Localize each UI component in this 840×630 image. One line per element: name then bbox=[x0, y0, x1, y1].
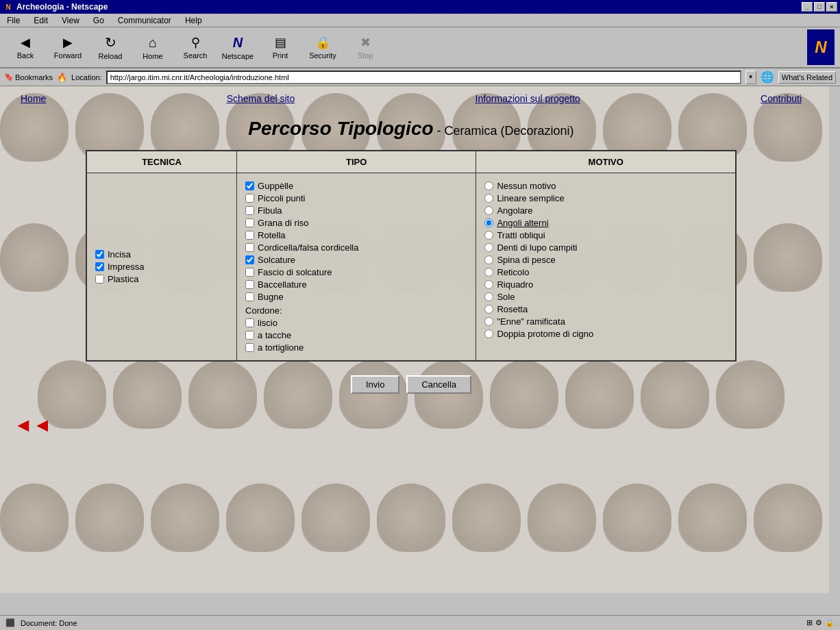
maximize-button[interactable]: □ bbox=[814, 2, 825, 12]
status-icon-3: 🔒 bbox=[825, 618, 835, 627]
menu-edit[interactable]: Edit bbox=[29, 14, 52, 27]
home-button[interactable]: ⌂ Home bbox=[133, 29, 173, 65]
print-button[interactable]: ▤ Print bbox=[260, 29, 300, 65]
motivo-reticolo: Reticolo bbox=[484, 267, 727, 277]
security-label: Security bbox=[309, 51, 336, 60]
nav-informazioni[interactable]: Informazioni sul progetto bbox=[475, 93, 580, 104]
spina-radio[interactable] bbox=[484, 255, 493, 264]
tipo-rotella: Rotella bbox=[245, 230, 467, 240]
guppelle-checkbox[interactable] bbox=[245, 181, 254, 190]
tortiglione-checkbox[interactable] bbox=[245, 343, 254, 352]
location-label: Location: bbox=[71, 73, 102, 81]
angolare-radio[interactable] bbox=[484, 206, 493, 215]
tratti-label: Tratti obliqui bbox=[497, 230, 545, 240]
statusbar-right: ⊞ ⚙ 🔒 bbox=[806, 618, 835, 627]
solcature-label: Solcature bbox=[258, 255, 295, 265]
baccellature-label: Baccellature bbox=[258, 279, 307, 290]
doppia-radio[interactable] bbox=[484, 329, 493, 338]
bookmarks-label: Bookmarks bbox=[15, 73, 53, 81]
location-dropdown[interactable]: ▼ bbox=[745, 71, 756, 84]
fascio-checkbox[interactable] bbox=[245, 268, 254, 277]
menu-file[interactable]: File bbox=[3, 14, 24, 27]
rosetta-radio[interactable] bbox=[484, 305, 493, 314]
forward-button[interactable]: ▶ Forward bbox=[48, 29, 88, 65]
motivo-cell: Nessun motivo Lineare semplice Angolare bbox=[476, 173, 736, 362]
search-button[interactable]: ⚲ Search bbox=[175, 29, 215, 65]
reload-button[interactable]: ↻ Reload bbox=[90, 29, 130, 65]
plastica-checkbox[interactable] bbox=[95, 275, 104, 284]
reticolo-radio[interactable] bbox=[484, 268, 493, 277]
menu-view[interactable]: View bbox=[58, 14, 84, 27]
baccellature-checkbox[interactable] bbox=[245, 280, 254, 289]
tipo-fascio: Fascio di solcature bbox=[245, 267, 467, 277]
netscape-logo: N bbox=[807, 29, 835, 65]
riquadro-radio[interactable] bbox=[484, 280, 493, 289]
status-icon-2: ⚙ bbox=[815, 618, 822, 627]
sole-radio[interactable] bbox=[484, 292, 493, 301]
menu-help[interactable]: Help bbox=[181, 14, 206, 27]
enne-radio[interactable] bbox=[484, 317, 493, 326]
stop-button[interactable]: ✖ Stop bbox=[345, 29, 385, 65]
nav-links: Home Schema del sito Informazioni sul pr… bbox=[0, 86, 822, 111]
tipo-piccoli: Piccoli punti bbox=[245, 193, 467, 203]
page-title: Percorso Tipologico bbox=[248, 118, 433, 139]
titlebar-controls[interactable]: _ □ × bbox=[802, 2, 837, 12]
motivo-doppia: Doppia protome di cigno bbox=[484, 329, 727, 339]
whats-related-button[interactable]: What's Related bbox=[778, 71, 836, 84]
menu-communicator[interactable]: Communicator bbox=[114, 14, 175, 27]
tacche-checkbox[interactable] bbox=[245, 331, 254, 340]
enne-label: "Enne" ramificata bbox=[497, 316, 565, 327]
fibula-checkbox[interactable] bbox=[245, 206, 254, 215]
tecnica-impressa-item: Impressa bbox=[95, 262, 228, 272]
solcature-checkbox[interactable] bbox=[245, 255, 254, 264]
lineare-radio[interactable] bbox=[484, 194, 493, 203]
cordicella-checkbox[interactable] bbox=[245, 243, 254, 252]
motivo-lineare: Lineare semplice bbox=[484, 193, 727, 203]
minimize-button[interactable]: _ bbox=[802, 2, 813, 12]
form-table: TECNICA TIPO MOTIVO Incisa bbox=[86, 150, 737, 362]
back-arrow-icon[interactable]: ◄◄ bbox=[14, 414, 51, 436]
bookmarks-button[interactable]: 🔖 Bookmarks bbox=[4, 73, 53, 81]
impressa-checkbox[interactable] bbox=[95, 262, 104, 271]
content-area[interactable]: Home Schema del sito Informazioni sul pr… bbox=[0, 86, 829, 593]
netscape-button[interactable]: N Netscape bbox=[218, 29, 258, 65]
angoli-radio[interactable] bbox=[484, 218, 493, 227]
window-title: Archeologia - Netscape bbox=[16, 2, 108, 12]
search-label: Search bbox=[184, 51, 208, 60]
menu-go[interactable]: Go bbox=[89, 14, 108, 27]
liscio-checkbox[interactable] bbox=[245, 318, 254, 327]
nessun-radio[interactable] bbox=[484, 181, 493, 190]
piccolipunti-checkbox[interactable] bbox=[245, 194, 254, 203]
back-button[interactable]: ◀ Back bbox=[5, 29, 45, 65]
location-input[interactable] bbox=[106, 71, 741, 84]
menubar: File Edit View Go Communicator Help bbox=[0, 14, 840, 27]
nav-schema[interactable]: Schema del sito bbox=[227, 93, 295, 104]
fibula-label: Fibula bbox=[258, 205, 282, 216]
flame-icon: 🔥 bbox=[57, 73, 67, 82]
header-tecnica: TECNICA bbox=[86, 151, 237, 173]
cancel-button[interactable]: Cancella bbox=[406, 375, 471, 394]
incisa-checkbox[interactable] bbox=[95, 250, 104, 259]
angoli-label: Angoli alterni bbox=[497, 218, 548, 228]
nav-contributi[interactable]: Contributi bbox=[761, 93, 802, 104]
nav-home[interactable]: Home bbox=[21, 93, 46, 104]
close-button[interactable]: × bbox=[826, 2, 837, 12]
riquadro-label: Riquadro bbox=[497, 279, 533, 290]
liscio-label: liscio bbox=[258, 318, 277, 328]
reticolo-label: Reticolo bbox=[497, 267, 529, 277]
page-content: Home Schema del sito Informazioni sul pr… bbox=[0, 86, 822, 593]
bugne-checkbox[interactable] bbox=[245, 292, 254, 301]
security-button[interactable]: 🔒 Security bbox=[303, 29, 343, 65]
statusbar-text: Document: Done bbox=[21, 619, 77, 627]
grana-checkbox[interactable] bbox=[245, 218, 254, 227]
submit-button[interactable]: Invio bbox=[351, 375, 399, 394]
rotella-checkbox[interactable] bbox=[245, 231, 254, 240]
denti-radio[interactable] bbox=[484, 243, 493, 252]
home-label: Home bbox=[143, 52, 162, 60]
stop-icon: ✖ bbox=[360, 35, 371, 50]
print-icon: ▤ bbox=[275, 35, 286, 50]
reload-label: Reload bbox=[99, 52, 123, 60]
cordone-tacche: a tacche bbox=[245, 330, 467, 340]
tratti-radio[interactable] bbox=[484, 231, 493, 240]
angolare-label: Angolare bbox=[497, 205, 532, 216]
